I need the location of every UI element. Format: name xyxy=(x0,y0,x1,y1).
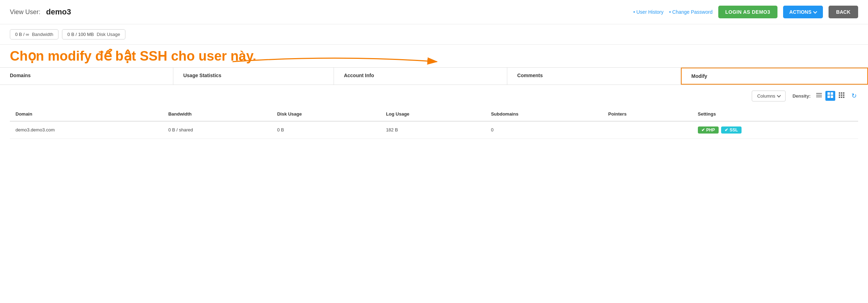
cell-pointers xyxy=(603,121,692,139)
disk-usage-label: Disk Usage xyxy=(97,32,120,37)
col-bandwidth: Bandwidth xyxy=(163,107,272,121)
columns-button[interactable]: Columns xyxy=(752,91,785,101)
columns-chevron-icon xyxy=(777,93,781,97)
col-disk-usage: Disk Usage xyxy=(272,107,380,121)
density-buttons xyxy=(814,91,847,101)
ssl-check-icon: ✔ xyxy=(725,128,728,132)
svg-rect-5 xyxy=(831,92,833,95)
cell-domain: demo3.demo3.com xyxy=(10,121,163,139)
page-header: View User: demo3 User History Change Pas… xyxy=(0,0,868,24)
svg-rect-13 xyxy=(843,94,844,96)
tab-domains[interactable]: Domains xyxy=(0,68,173,85)
col-subdomains: Subdomains xyxy=(485,107,603,121)
actions-button[interactable]: ACTIONS xyxy=(783,6,823,18)
svg-rect-2 xyxy=(816,95,822,95)
col-pointers: Pointers xyxy=(603,107,692,121)
php-label: PHP xyxy=(706,128,715,132)
refresh-button[interactable]: ↻ xyxy=(850,91,858,101)
username-display: demo3 xyxy=(46,7,71,17)
cell-log-usage: 182 B xyxy=(380,121,485,139)
bandwidth-label: Bandwidth xyxy=(32,32,54,37)
ssl-badge[interactable]: ✔ SSL xyxy=(721,126,741,134)
tab-columns-header: Domains Usage Statistics Account Info Co… xyxy=(0,67,868,85)
cell-disk-usage: 0 B xyxy=(272,121,380,139)
density-table-button[interactable] xyxy=(825,91,835,101)
header-left: View User: demo3 xyxy=(10,7,71,17)
svg-rect-10 xyxy=(843,92,844,94)
cell-settings: ✔ PHP ✔ SSL xyxy=(692,121,858,139)
domains-table-wrapper: Domain Bandwidth Disk Usage Log Usage Su… xyxy=(0,107,868,139)
chevron-down-icon xyxy=(813,10,817,13)
col-settings: Settings xyxy=(692,107,858,121)
svg-rect-7 xyxy=(831,95,833,98)
svg-rect-1 xyxy=(816,93,822,94)
svg-rect-3 xyxy=(816,97,822,97)
php-check-icon: ✔ xyxy=(701,128,705,132)
login-as-button[interactable]: LOGIN AS DEMO3 xyxy=(718,6,777,18)
user-history-link[interactable]: User History xyxy=(633,9,664,15)
change-password-link[interactable]: Change Password xyxy=(669,9,713,15)
bandwidth-stat: 0 B / ∞ Bandwidth xyxy=(10,29,58,39)
table-header: Domain Bandwidth Disk Usage Log Usage Su… xyxy=(10,107,858,121)
annotation-text: Chọn modify để bật SSH cho user này. xyxy=(10,48,858,64)
svg-rect-9 xyxy=(841,92,842,94)
tab-usage-statistics[interactable]: Usage Statistics xyxy=(173,68,334,85)
svg-rect-4 xyxy=(827,92,830,95)
density-grid-button[interactable] xyxy=(837,91,847,101)
view-user-label: View User: xyxy=(10,8,41,16)
columns-label: Columns xyxy=(757,93,775,99)
density-control: Density: ↻ xyxy=(793,91,858,101)
svg-rect-11 xyxy=(839,94,840,96)
ssl-label: SSL xyxy=(730,128,738,132)
col-log-usage: Log Usage xyxy=(380,107,485,121)
tab-comments[interactable]: Comments xyxy=(507,68,681,85)
table-row: demo3.demo3.com 0 B / shared 0 B 182 B 0… xyxy=(10,121,858,139)
cell-subdomains: 0 xyxy=(485,121,603,139)
annotation-area: Chọn modify để bật SSH cho user này. xyxy=(0,45,868,64)
back-button[interactable]: BACK xyxy=(829,6,858,18)
disk-usage-value: 0 B / 100 MB xyxy=(67,32,94,37)
disk-usage-stat: 0 B / 100 MB Disk Usage xyxy=(62,29,125,39)
header-right: User History Change Password LOGIN AS DE… xyxy=(633,6,858,18)
domains-table: Domain Bandwidth Disk Usage Log Usage Su… xyxy=(10,107,858,139)
density-label: Density: xyxy=(793,93,811,99)
svg-rect-12 xyxy=(841,94,842,96)
tab-modify[interactable]: Modify xyxy=(681,68,868,85)
col-domain: Domain xyxy=(10,107,163,121)
density-list-button[interactable] xyxy=(814,91,824,101)
tab-account-info[interactable]: Account Info xyxy=(334,68,507,85)
actions-label: ACTIONS xyxy=(789,9,812,15)
svg-rect-14 xyxy=(839,97,840,98)
svg-rect-15 xyxy=(841,97,842,98)
stats-bar: 0 B / ∞ Bandwidth 0 B / 100 MB Disk Usag… xyxy=(0,24,868,45)
table-header-row: Domain Bandwidth Disk Usage Log Usage Su… xyxy=(10,107,858,121)
bandwidth-value: 0 B / ∞ xyxy=(15,32,29,37)
svg-rect-16 xyxy=(843,97,844,98)
php-badge[interactable]: ✔ PHP xyxy=(698,126,719,134)
cell-bandwidth: 0 B / shared xyxy=(163,121,272,139)
controls-row: Columns Density: ↻ xyxy=(0,85,868,107)
svg-rect-6 xyxy=(827,95,830,98)
table-body: demo3.demo3.com 0 B / shared 0 B 182 B 0… xyxy=(10,121,858,139)
svg-rect-8 xyxy=(839,92,840,94)
